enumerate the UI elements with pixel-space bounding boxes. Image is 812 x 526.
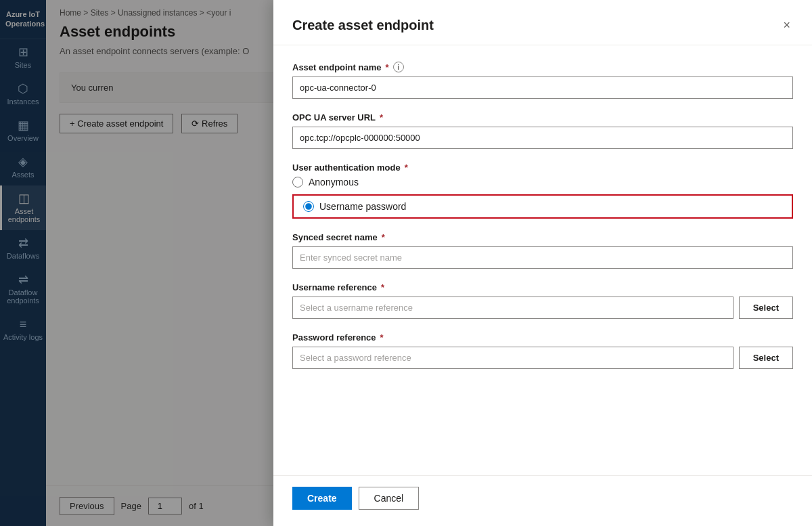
username-password-label: Username password [319,201,406,212]
auth-mode-label: User authentication mode * [292,162,793,173]
password-ref-input[interactable] [292,347,734,369]
synced-secret-group: Synced secret name * [292,232,793,269]
username-password-radio[interactable] [303,201,314,212]
username-password-radio-item[interactable]: Username password [303,201,406,212]
panel-title: Create asset endpoint [292,18,434,33]
create-button[interactable]: Create [292,487,352,510]
panel-body: Asset endpoint name * i OPC UA server UR… [273,45,812,475]
password-ref-label: Password reference * [292,332,793,343]
panel-footer: Create Cancel [273,475,812,526]
password-ref-input-group: Select [292,347,793,369]
close-button[interactable]: × [780,16,793,34]
anonymous-radio-item[interactable]: Anonymous [292,177,793,188]
required-star: * [382,232,385,242]
required-star: * [385,62,388,72]
required-star: * [380,332,384,343]
endpoint-name-input[interactable] [292,76,793,99]
anonymous-label: Anonymous [309,177,359,188]
username-ref-label: Username reference * [292,282,793,292]
create-panel: Create asset endpoint × Asset endpoint n… [273,0,812,526]
password-ref-select-button[interactable]: Select [739,347,793,369]
username-ref-input[interactable] [292,297,734,319]
overlay: Create asset endpoint × Asset endpoint n… [0,0,812,526]
auth-mode-group: User authentication mode * Anonymous Use… [292,162,793,219]
opc-ua-url-label: OPC UA server URL * [292,112,793,123]
username-password-highlight: Username password [292,194,793,219]
password-ref-group: Password reference * Select [292,332,793,369]
synced-secret-input[interactable] [292,246,793,269]
info-icon[interactable]: i [393,62,404,72]
synced-secret-label: Synced secret name * [292,232,793,242]
username-ref-input-group: Select [292,297,793,319]
radio-group: Anonymous Username password [292,177,793,219]
anonymous-radio[interactable] [292,177,303,188]
cancel-button[interactable]: Cancel [359,487,420,510]
opc-ua-url-input[interactable] [292,127,793,149]
username-ref-select-button[interactable]: Select [739,297,793,319]
required-star: * [380,112,383,123]
required-star: * [405,162,408,173]
opc-ua-url-group: OPC UA server URL * [292,112,793,149]
panel-header: Create asset endpoint × [273,0,812,45]
endpoint-name-label: Asset endpoint name * i [292,62,793,72]
username-ref-group: Username reference * Select [292,282,793,319]
required-star: * [381,282,384,292]
endpoint-name-group: Asset endpoint name * i [292,62,793,99]
